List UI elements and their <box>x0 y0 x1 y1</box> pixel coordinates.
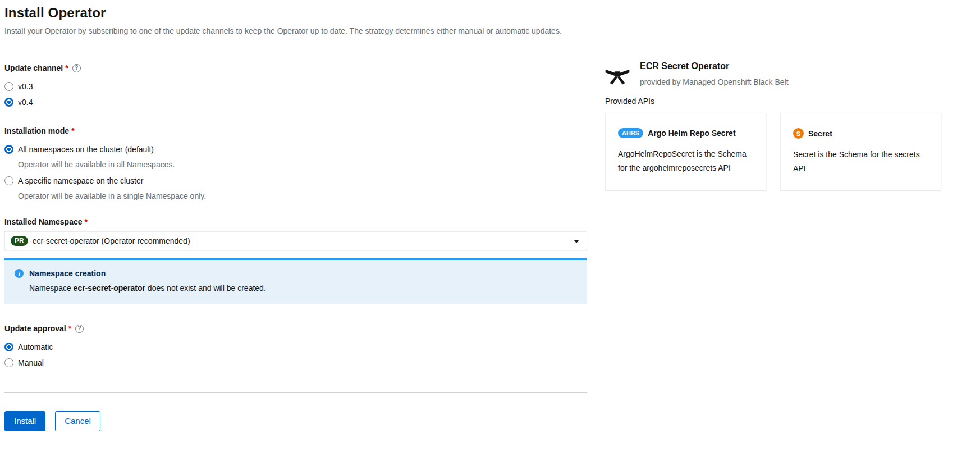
operator-meta: ECR Secret Operator provided by Managed … <box>640 58 789 88</box>
installation-mode-label: Installation mode <box>4 126 69 136</box>
operator-details-column: ECR Secret Operator provided by Managed … <box>605 58 955 190</box>
alert-body: Namespace ecr-secret-operator does not e… <box>29 283 578 293</box>
api-card-title: Secret <box>808 129 832 138</box>
page-title: Install Operator <box>4 4 587 21</box>
project-resource-badge: PR <box>11 236 28 246</box>
update-approval-radio-group: Automatic Manual <box>4 341 587 368</box>
installed-namespace-select[interactable]: PR ecr-secret-operator (Operator recomme… <box>4 231 587 250</box>
api-card-header: AHRS Argo Helm Repo Secret <box>618 128 753 138</box>
radio-option-description: Operator will be available in a single N… <box>18 191 587 201</box>
api-kind-badge: AHRS <box>618 128 643 138</box>
radio-button-icon-checked[interactable] <box>4 98 13 107</box>
radio-button-icon[interactable] <box>4 82 13 91</box>
radio-option-label[interactable]: Manual <box>18 357 44 368</box>
installed-namespace-label-row: Installed Namespace * <box>4 217 587 227</box>
installation-mode-radio-group: All namespaces on the cluster (default) … <box>4 144 587 201</box>
update-channel-label-row: Update channel * ? <box>4 63 587 73</box>
info-icon: i <box>15 269 24 278</box>
form-actions: Install Cancel <box>4 411 587 431</box>
radio-option-manual[interactable]: Manual <box>4 357 587 368</box>
installation-mode-label-row: Installation mode * <box>4 126 587 136</box>
radio-button-icon[interactable] <box>4 358 13 367</box>
install-form-column: Install Operator Install your Operator b… <box>4 4 587 431</box>
radio-button-icon-checked[interactable] <box>4 343 13 351</box>
alert-body-suffix: does not exist and will be created. <box>145 284 266 293</box>
required-asterisk: * <box>71 126 74 136</box>
radio-option-all-namespaces[interactable]: All namespaces on the cluster (default) <box>4 144 587 155</box>
radio-option-label[interactable]: A specific namespace on the cluster <box>18 175 143 186</box>
operator-provider: provided by Managed Openshift Black Belt <box>640 77 789 87</box>
radio-button-icon[interactable] <box>4 176 13 185</box>
cancel-button[interactable]: Cancel <box>55 411 100 431</box>
update-approval-label-row: Update approval * ? <box>4 323 587 334</box>
page-subtitle: Install your Operator by subscribing to … <box>4 26 587 36</box>
api-card-title: Argo Helm Repo Secret <box>648 129 735 138</box>
radio-button-icon-checked[interactable] <box>4 145 13 154</box>
api-card-argo-helm-repo-secret: AHRS Argo Helm Repo Secret ArgoHelmRepoS… <box>605 113 766 190</box>
operator-name: ECR Secret Operator <box>640 61 789 72</box>
install-button[interactable]: Install <box>4 411 45 431</box>
radio-option-label[interactable]: v0.3 <box>18 81 33 92</box>
form-footer-divider <box>4 392 587 393</box>
help-icon[interactable]: ? <box>72 64 81 72</box>
radio-option-description: Operator will be available in all Namesp… <box>18 159 587 170</box>
radio-option-label[interactable]: All namespaces on the cluster (default) <box>18 144 154 155</box>
radio-option-label[interactable]: v0.4 <box>18 97 33 108</box>
alert-body-namespace: ecr-secret-operator <box>74 284 145 293</box>
api-card-description: Secret is the Schema for the secrets API <box>793 148 928 176</box>
radio-option-label[interactable]: Automatic <box>18 341 53 353</box>
radio-option-automatic[interactable]: Automatic <box>4 341 587 353</box>
alert-header: i Namespace creation <box>15 269 578 278</box>
required-asterisk: * <box>85 217 88 227</box>
radio-option-specific-namespace[interactable]: A specific namespace on the cluster <box>4 175 587 186</box>
black-belt-icon <box>605 65 630 86</box>
namespace-creation-alert: i Namespace creation Namespace ecr-secre… <box>4 258 587 304</box>
installed-namespace-value: ecr-secret-operator (Operator recommende… <box>33 236 190 245</box>
caret-down-icon[interactable] <box>574 240 579 243</box>
operator-header: ECR Secret Operator provided by Managed … <box>605 58 955 88</box>
update-channel-radio-group: v0.3 v0.4 <box>4 81 587 108</box>
provided-apis-label: Provided APIs <box>605 96 955 106</box>
installed-namespace-label: Installed Namespace <box>4 217 83 227</box>
radio-option-v03[interactable]: v0.3 <box>4 81 587 92</box>
required-asterisk: * <box>68 323 71 334</box>
install-operator-page: Install Operator Install your Operator b… <box>0 0 980 452</box>
update-approval-label: Update approval <box>4 323 66 334</box>
api-card-header: S Secret <box>793 128 928 139</box>
help-icon[interactable]: ? <box>75 325 84 333</box>
operator-logo <box>605 65 630 88</box>
alert-title: Namespace creation <box>29 269 106 278</box>
api-card-secret: S Secret Secret is the Schema for the se… <box>780 113 941 190</box>
api-card-description: ArgoHelmRepoSecret is the Schema for the… <box>618 147 753 175</box>
alert-body-prefix: Namespace <box>29 284 74 293</box>
update-channel-label: Update channel <box>4 63 63 73</box>
radio-option-v04[interactable]: v0.4 <box>4 97 587 108</box>
provided-apis-cards: AHRS Argo Helm Repo Secret ArgoHelmRepoS… <box>605 113 955 190</box>
required-asterisk: * <box>65 63 68 73</box>
api-kind-badge: S <box>793 128 804 139</box>
